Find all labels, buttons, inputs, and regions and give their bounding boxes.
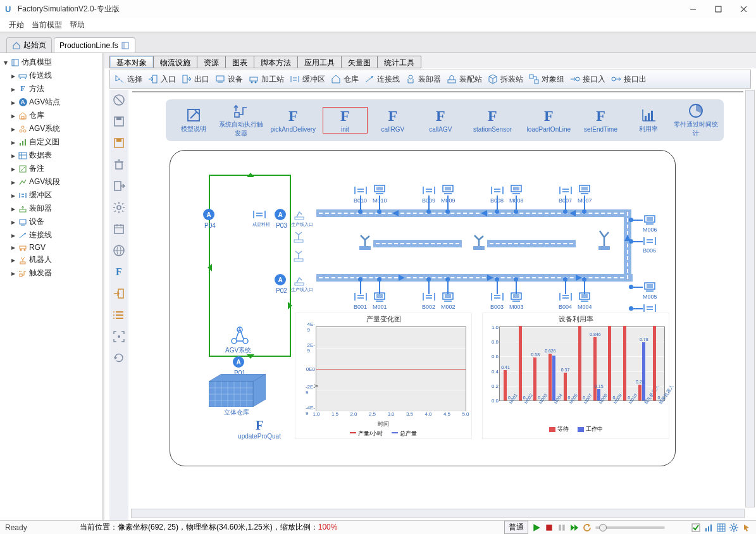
conveyor-mid-2[interactable] — [487, 240, 576, 247]
menu-help[interactable]: 帮助 — [68, 18, 86, 32]
tree-item-13[interactable]: ▸RGV — [1, 242, 101, 253]
objbar-callAGV[interactable]: FcallAGV — [418, 108, 463, 133]
tab-home[interactable]: 起始页 — [6, 37, 52, 53]
ribbon-11[interactable]: 对象组 — [528, 73, 564, 85]
objbar-init[interactable]: Finit — [323, 107, 368, 134]
robot-right[interactable] — [596, 226, 612, 245]
subtab-0[interactable]: 基本对象 — [109, 56, 154, 68]
conveyor-mid-1[interactable] — [373, 240, 462, 247]
tool-focus-icon[interactable] — [113, 330, 125, 343]
buffer-B007[interactable] — [559, 185, 573, 196]
tool-save-icon[interactable] — [113, 115, 125, 128]
subtab-2[interactable]: 资源 — [197, 56, 226, 68]
chart-production[interactable]: 产量变化图 4E-9 2E-9 0E0 -2E-9 -4E-9 1.0 — [295, 313, 472, 439]
model-canvas[interactable]: 模型说明系统自动执行触发器FpickAndDeliveryFinitFcallR… — [132, 91, 743, 92]
buffer-B010[interactable] — [354, 185, 368, 196]
robot-mid-2[interactable] — [471, 232, 487, 251]
ribbon-13[interactable]: 接口出 — [610, 73, 647, 85]
tree-item-3[interactable]: ▸仓库 — [1, 109, 101, 122]
pointer-icon[interactable] — [742, 523, 751, 532]
expand-icon[interactable]: ▾ — [4, 58, 9, 67]
expand-icon[interactable]: ▸ — [11, 111, 16, 120]
expand-icon[interactable]: ▸ — [11, 138, 16, 147]
expand-icon[interactable]: ▸ — [11, 204, 16, 213]
mode-button[interactable]: 普通 — [504, 521, 528, 534]
maximize-button[interactable] — [705, 0, 731, 18]
subtab-4[interactable]: 脚本方法 — [254, 56, 298, 68]
tree-item-10[interactable]: ▸装卸器 — [1, 202, 101, 215]
tree-item-9[interactable]: ▸缓冲区 — [1, 189, 101, 202]
model-tree[interactable]: ▾ 仿真模型 ▸传送线▸F方法▸AAGV站点▸仓库▸AGV系统▸自定义图▸数据表… — [0, 53, 104, 520]
machine-M003[interactable] — [509, 290, 523, 303]
buffer-icon[interactable] — [252, 209, 266, 220]
machine-M010[interactable] — [373, 183, 387, 196]
tree-root[interactable]: ▾ 仿真模型 — [1, 56, 101, 69]
buffer-B005[interactable] — [643, 303, 657, 313]
objbar-利用率[interactable]: 利用率 — [626, 107, 671, 134]
tool-checklist-icon[interactable] — [113, 309, 125, 321]
expand-icon[interactable]: ▸ — [11, 269, 16, 278]
expand-icon[interactable]: ▸ — [11, 125, 16, 134]
objbar-setEndTime[interactable]: FsetEndTime — [578, 108, 623, 133]
tree-item-0[interactable]: ▸传送线 — [1, 69, 101, 82]
buffer-B004[interactable] — [559, 292, 573, 302]
machine-M008[interactable] — [509, 183, 523, 196]
robot-mid-1[interactable] — [357, 232, 373, 251]
tool-nosmoking-icon[interactable] — [113, 94, 125, 106]
expand-icon[interactable]: ▸ — [11, 256, 16, 264]
ribbon-8[interactable]: 装卸器 — [405, 73, 441, 85]
objbar-pickAndDelivery[interactable]: FpickAndDelivery — [266, 108, 320, 133]
tool-F-icon[interactable]: F — [113, 266, 125, 278]
objbar-系统自动执行触发器[interactable]: 系统自动执行触发器 — [218, 102, 263, 138]
ribbon-6[interactable]: 仓库 — [330, 73, 359, 85]
machine-M002[interactable] — [441, 290, 455, 303]
tool-settings-icon[interactable] — [113, 201, 125, 214]
tool-calendar-icon[interactable] — [113, 223, 125, 235]
canvas-scrollbar-horizontal[interactable] — [131, 509, 745, 518]
expand-icon[interactable]: ▸ — [11, 165, 16, 173]
ribbon-5[interactable]: 缓冲区 — [289, 73, 325, 85]
close-button[interactable] — [731, 0, 756, 18]
ribbon-4[interactable]: 加工站 — [248, 73, 284, 85]
tool-delete-icon[interactable] — [113, 158, 125, 171]
expand-icon[interactable]: ▸ — [11, 85, 16, 94]
minimize-button[interactable] — [680, 0, 705, 18]
robot-small-icon[interactable] — [293, 208, 306, 221]
gear-icon[interactable] — [729, 523, 738, 532]
buffer-B002[interactable] — [422, 292, 436, 302]
tree-item-2[interactable]: ▸AAGV站点 — [1, 96, 101, 109]
expand-icon[interactable]: ▸ — [11, 243, 16, 252]
chart-icon[interactable] — [704, 523, 713, 532]
machine-M004[interactable] — [578, 290, 592, 303]
agv-node-p01[interactable]: A — [233, 356, 244, 368]
expand-icon[interactable]: ▸ — [11, 191, 16, 200]
canvas-scrollbar-vertical[interactable] — [745, 90, 755, 507]
check-icon[interactable] — [691, 523, 700, 532]
machine-M005[interactable] — [643, 280, 657, 293]
tool-saveas-icon[interactable] — [113, 137, 125, 149]
ribbon-10[interactable]: 拆装站 — [487, 73, 523, 85]
machine-M006[interactable] — [643, 213, 657, 226]
ribbon-0[interactable]: 选择 — [114, 73, 142, 85]
menu-start[interactable]: 开始 — [8, 18, 25, 32]
agv-node-p04[interactable]: A — [203, 209, 214, 220]
machine-M009[interactable] — [441, 183, 455, 196]
ribbon-9[interactable]: 装配站 — [446, 73, 482, 85]
tree-item-14[interactable]: ▸机器人 — [1, 253, 101, 266]
subtab-1[interactable]: 物流设施 — [153, 56, 197, 68]
buffer-B009[interactable] — [422, 185, 436, 196]
subtab-5[interactable]: 应用工具 — [297, 56, 342, 68]
fast-button[interactable] — [570, 523, 579, 532]
menu-current-model[interactable]: 当前模型 — [30, 18, 63, 32]
agv-node-p03[interactable]: A — [275, 209, 286, 220]
tree-item-6[interactable]: ▸数据表 — [1, 149, 101, 162]
agv-node-p02[interactable]: A — [275, 274, 286, 285]
machine-M007[interactable] — [578, 183, 592, 196]
subtab-7[interactable]: 统计工具 — [377, 56, 421, 68]
buffer-B006[interactable] — [643, 236, 657, 246]
objbar-stationSensor[interactable]: FstationSensor — [466, 108, 519, 133]
ribbon-2[interactable]: 出口 — [181, 73, 209, 85]
subtab-3[interactable]: 图表 — [225, 56, 254, 68]
warehouse-icon[interactable] — [209, 374, 266, 407]
robot-small-icon-3[interactable] — [292, 249, 305, 263]
